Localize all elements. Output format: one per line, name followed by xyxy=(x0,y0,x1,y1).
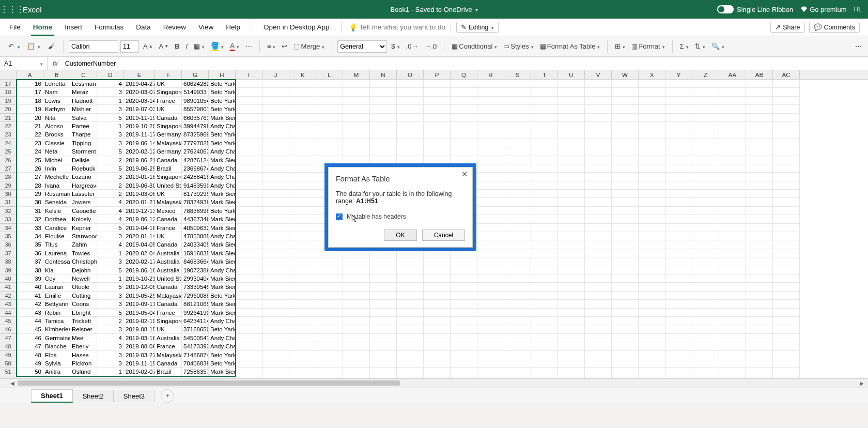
cell[interactable] xyxy=(746,240,773,249)
col-header-X[interactable]: X xyxy=(639,70,665,79)
cell[interactable]: 44 xyxy=(17,317,43,325)
cell[interactable]: 37168650 xyxy=(182,325,209,333)
cell[interactable]: United States xyxy=(155,181,182,190)
cell[interactable] xyxy=(451,334,477,342)
cell[interactable] xyxy=(424,325,451,333)
cell[interactable] xyxy=(719,334,746,342)
col-header-F[interactable]: F xyxy=(155,70,182,79)
cell[interactable]: Michel xyxy=(43,156,70,164)
cell[interactable] xyxy=(477,130,504,139)
cell[interactable] xyxy=(773,232,800,240)
cell[interactable] xyxy=(397,105,424,113)
open-in-desktop-button[interactable]: Open in Desktop App xyxy=(257,19,336,36)
cell[interactable]: 3 xyxy=(97,292,124,300)
cell[interactable] xyxy=(612,88,639,96)
cell[interactable] xyxy=(531,368,558,376)
cell[interactable] xyxy=(451,300,477,308)
cell[interactable] xyxy=(558,122,585,130)
cell[interactable]: 17 xyxy=(17,88,43,96)
cell[interactable] xyxy=(612,190,639,198)
row-header-41[interactable]: 41 xyxy=(0,283,17,291)
cell[interactable] xyxy=(692,240,719,249)
row-header-46[interactable]: 46 xyxy=(0,325,17,333)
cell[interactable] xyxy=(558,257,585,266)
cell[interactable]: Classie xyxy=(43,139,70,147)
cell[interactable] xyxy=(477,105,504,113)
cell[interactable] xyxy=(558,207,585,215)
cell[interactable] xyxy=(370,325,397,333)
cell[interactable]: Trickett xyxy=(70,317,97,325)
cell[interactable] xyxy=(289,309,316,317)
increase-font-button[interactable]: A▲ xyxy=(141,41,155,51)
cell[interactable] xyxy=(585,105,612,113)
cell[interactable] xyxy=(531,147,558,156)
cell[interactable] xyxy=(424,88,451,96)
cell[interactable] xyxy=(262,334,289,342)
cell[interactable] xyxy=(343,266,370,274)
cell[interactable]: 2019-05-29 xyxy=(124,292,155,300)
cell[interactable] xyxy=(424,257,451,266)
cell[interactable] xyxy=(343,114,370,122)
cell[interactable] xyxy=(504,190,531,198)
cell[interactable]: 2019-02-07 xyxy=(124,368,155,376)
cell[interactable] xyxy=(612,266,639,274)
cell[interactable]: 30 xyxy=(17,198,43,206)
cell[interactable]: 19072386 xyxy=(182,266,209,274)
cell[interactable] xyxy=(531,232,558,240)
cell[interactable] xyxy=(692,181,719,190)
cell[interactable] xyxy=(665,359,692,368)
cell[interactable] xyxy=(719,317,746,325)
cell[interactable] xyxy=(370,257,397,266)
cell[interactable] xyxy=(719,105,746,113)
cell[interactable] xyxy=(316,342,343,350)
cell[interactable] xyxy=(262,97,289,105)
cell[interactable] xyxy=(585,173,612,181)
cell[interactable] xyxy=(236,240,262,249)
cell[interactable] xyxy=(773,266,800,274)
cell[interactable]: 2020-03-14 xyxy=(124,97,155,105)
cell[interactable] xyxy=(451,317,477,325)
cell[interactable]: 5 xyxy=(97,266,124,274)
cell[interactable] xyxy=(477,266,504,274)
cell[interactable] xyxy=(585,359,612,368)
cell[interactable]: 54173393 xyxy=(182,342,209,350)
cell[interactable]: Andy Champan xyxy=(209,266,236,274)
cell[interactable] xyxy=(665,224,692,232)
cell[interactable] xyxy=(504,97,531,105)
cell[interactable] xyxy=(289,283,316,291)
cell[interactable]: 54500541 xyxy=(182,334,209,342)
cell[interactable]: 28 xyxy=(17,181,43,190)
cell[interactable]: Mark Siedling xyxy=(209,274,236,283)
col-header-T[interactable]: T xyxy=(531,70,558,79)
col-header-S[interactable]: S xyxy=(504,70,531,79)
cell[interactable] xyxy=(451,114,477,122)
cell[interactable]: Beto Yark xyxy=(209,80,236,88)
cell[interactable] xyxy=(639,317,665,325)
cell[interactable] xyxy=(639,224,665,232)
cell[interactable] xyxy=(746,274,773,283)
fill-color-button[interactable]: 🪣 xyxy=(209,41,226,52)
cell[interactable] xyxy=(262,215,289,223)
cell[interactable] xyxy=(639,164,665,173)
cell[interactable]: 72960088 xyxy=(182,292,209,300)
cell[interactable] xyxy=(236,274,262,283)
cell[interactable] xyxy=(424,130,451,139)
cell[interactable] xyxy=(585,139,612,147)
cell[interactable] xyxy=(236,147,262,156)
cell[interactable]: Elouise xyxy=(43,232,70,240)
cell[interactable] xyxy=(692,156,719,164)
cell[interactable] xyxy=(639,240,665,249)
cell[interactable]: 29 xyxy=(17,190,43,198)
cell[interactable] xyxy=(370,114,397,122)
col-header-P[interactable]: P xyxy=(424,70,451,79)
cell[interactable] xyxy=(746,249,773,257)
cell[interactable] xyxy=(639,97,665,105)
cell[interactable] xyxy=(612,292,639,300)
cell[interactable] xyxy=(477,249,504,257)
cell[interactable] xyxy=(236,300,262,308)
cell[interactable] xyxy=(289,232,316,240)
row-header-17[interactable]: 17 xyxy=(0,80,17,88)
cell[interactable] xyxy=(236,317,262,325)
cell[interactable] xyxy=(451,80,477,88)
cell[interactable] xyxy=(370,105,397,113)
